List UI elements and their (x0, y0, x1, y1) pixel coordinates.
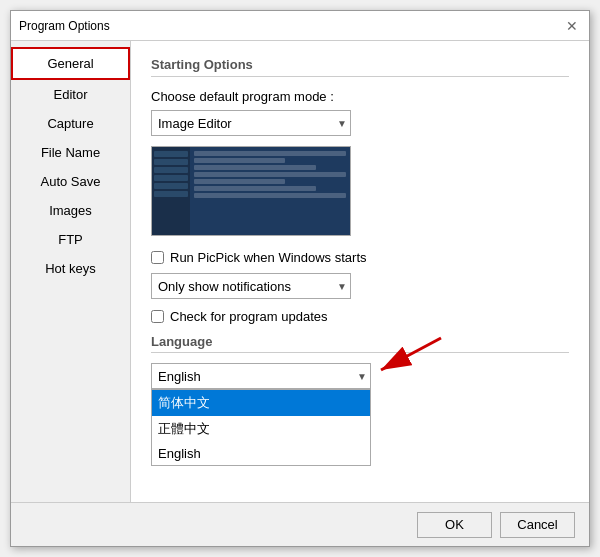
dialog-footer: OK Cancel (11, 502, 589, 546)
main-content: Starting Options Choose default program … (131, 41, 589, 502)
notification-select[interactable]: Only show notifications Show main window… (151, 273, 351, 299)
language-select[interactable]: English 简体中文 正體中文 (151, 363, 371, 389)
program-mode-preview (151, 146, 351, 236)
sidebar-item-autosave[interactable]: Auto Save (11, 167, 130, 196)
preview-row (194, 179, 285, 184)
sidebar-item-ftp[interactable]: FTP (11, 225, 130, 254)
preview-row (194, 151, 346, 156)
check-updates-row: Check for program updates (151, 309, 569, 324)
sidebar-item-general[interactable]: General (11, 47, 130, 80)
dialog-body: General Editor Capture File Name Auto Sa… (11, 41, 589, 502)
preview-sidebar-item (154, 191, 188, 197)
starting-options-title: Starting Options (151, 57, 569, 77)
check-updates-checkbox[interactable] (151, 310, 164, 323)
preview-sidebar-item (154, 159, 188, 165)
preview-row (194, 158, 285, 163)
program-mode-select[interactable]: Image Editor Screen Capture Color Picker (151, 110, 351, 136)
run-picpick-label: Run PicPick when Windows starts (170, 250, 367, 265)
preview-row (194, 172, 346, 177)
preview-sidebar (152, 147, 190, 235)
language-option-english[interactable]: English (152, 442, 370, 465)
preview-sidebar-item (154, 151, 188, 157)
language-title: Language (151, 334, 569, 353)
preview-main (190, 147, 350, 235)
preview-row (194, 186, 316, 191)
preview-sidebar-item (154, 183, 188, 189)
sidebar-item-filename[interactable]: File Name (11, 138, 130, 167)
language-select-wrapper: English 简体中文 正體中文 ▼ (151, 363, 371, 389)
language-section: Language English 简 (151, 334, 569, 389)
dialog: Program Options ✕ General Editor Capture… (10, 10, 590, 547)
sidebar-item-capture[interactable]: Capture (11, 109, 130, 138)
language-option-simplified[interactable]: 简体中文 (152, 390, 370, 416)
language-container: English 简体中文 正體中文 ▼ 简体中文 正體中文 English (151, 363, 371, 389)
program-mode-label: Choose default program mode : (151, 89, 569, 104)
preview-sidebar-item (154, 175, 188, 181)
sidebar-item-hotkeys[interactable]: Hot keys (11, 254, 130, 283)
preview-row (194, 165, 316, 170)
title-bar: Program Options ✕ (11, 11, 589, 41)
ok-button[interactable]: OK (417, 512, 492, 538)
run-picpick-row: Run PicPick when Windows starts (151, 250, 569, 265)
language-dropdown-open: 简体中文 正體中文 English (151, 389, 371, 466)
close-button[interactable]: ✕ (563, 17, 581, 35)
dialog-title: Program Options (19, 19, 110, 33)
sidebar-item-images[interactable]: Images (11, 196, 130, 225)
language-option-traditional[interactable]: 正體中文 (152, 416, 370, 442)
run-picpick-checkbox[interactable] (151, 251, 164, 264)
preview-sidebar-item (154, 167, 188, 173)
sidebar: General Editor Capture File Name Auto Sa… (11, 41, 131, 502)
check-updates-label: Check for program updates (170, 309, 328, 324)
sidebar-item-editor[interactable]: Editor (11, 80, 130, 109)
preview-row (194, 193, 346, 198)
notification-select-wrapper: Only show notifications Show main window… (151, 273, 351, 299)
cancel-button[interactable]: Cancel (500, 512, 575, 538)
program-mode-select-wrapper: Image Editor Screen Capture Color Picker… (151, 110, 351, 136)
